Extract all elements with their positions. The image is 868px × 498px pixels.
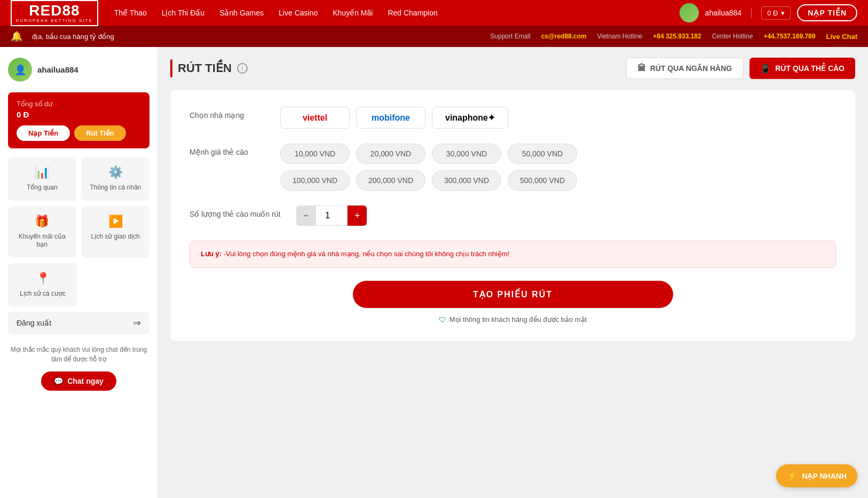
balance-actions: Nạp Tiền Rút Tiền: [17, 125, 141, 141]
page-title-bar: [170, 59, 172, 77]
logo-sub-text: EUROPEAN BETTING SITE: [16, 18, 93, 23]
header-username: ahailua884: [705, 9, 742, 17]
carrier-viettel-button[interactable]: viettel: [280, 107, 350, 129]
tab-card-button[interactable]: 📱 RÚT QUA THẺ CÀO: [749, 58, 855, 79]
live-chat-link[interactable]: Live Chat: [826, 33, 857, 41]
amount-50k-button[interactable]: 50,000 VND: [508, 144, 577, 164]
header-balance[interactable]: 0 Đ ▾: [761, 6, 791, 20]
carrier-label: Chọn nhà mạng: [190, 107, 264, 120]
nav-khuyen-mai[interactable]: Khuyến Mãi: [333, 9, 373, 17]
tab-bank-button[interactable]: 🏛 RÚT QUA NGÂN HÀNG: [626, 58, 743, 79]
nav-red-champion[interactable]: Red Champion: [388, 9, 437, 17]
chat-button-label: Chat ngay: [67, 377, 104, 385]
amount-row: Mệnh giá thẻ cào 10,000 VND 20,000 VND 3…: [190, 144, 836, 191]
logo-text: RED88: [29, 3, 80, 18]
sidebar-item-lich-su-ca-cuoc-label: Lịch sử cá cược: [20, 290, 66, 298]
carrier-options: viettel mobifone vinaphone✦: [280, 107, 508, 129]
location-icon: 📍: [36, 272, 50, 286]
qty-label: Số lượng thẻ cào muốn rút: [190, 205, 280, 218]
secure-text: 🛡 Mọi thông tin khách hàng đều được bảo …: [190, 315, 836, 324]
secure-text-content: Mọi thông tin khách hàng đều được bảo mậ…: [449, 315, 587, 323]
logout-button[interactable]: Đăng xuất ⇒: [8, 312, 149, 334]
bell-area: 🔔 địa, bầu cua hàng tỷ đồng: [11, 30, 120, 42]
carrier-mobifone-button[interactable]: mobifone: [356, 107, 425, 129]
page-title: RÚT TIỀN: [178, 61, 232, 75]
notice-body: -Vui lòng chọn đúng mệnh giá và nhà mạng…: [224, 250, 510, 258]
amount-options: 10,000 VND 20,000 VND 30,000 VND 50,000 …: [280, 144, 601, 191]
sidebar-item-thong-tin[interactable]: ⚙️ Thông tin cá nhân: [82, 157, 150, 201]
nav-live-casino[interactable]: Live Casino: [279, 9, 318, 17]
sidebar-item-khuyen-mai[interactable]: 🎁 Khuyến mãi của bạn: [8, 206, 76, 258]
amount-300k-button[interactable]: 300,000 VND: [432, 170, 501, 191]
tab-card-label: RÚT QUA THẺ CÀO: [775, 64, 845, 73]
header-balance-amount: 0 Đ: [767, 9, 778, 17]
nav-the-thao[interactable]: Thể Thao: [114, 9, 147, 17]
support-email-value: cs@red88.com: [541, 33, 587, 40]
amount-label: Mệnh giá thẻ cào: [190, 144, 264, 156]
nap-nhanh-button[interactable]: ⚡ NẠP NHANH: [776, 464, 857, 487]
sidebar-menu-single-row: 📍 Lịch sử cá cược: [8, 263, 149, 307]
chat-button[interactable]: 💬 Chat ngay: [41, 371, 116, 391]
amount-10k-button[interactable]: 10,000 VND: [280, 144, 350, 164]
avatar-img: [680, 3, 699, 22]
sidebar-item-lich-su-gd-label: Lịch sử giao dịch: [91, 233, 140, 241]
vn-hotline-label: Vietnam Hotline: [597, 33, 643, 40]
notice-label: Lưu ý:: [201, 250, 222, 258]
nav-sanh-games[interactable]: Sảnh Games: [219, 9, 264, 17]
bank-icon: 🏛: [637, 64, 646, 73]
support-area: Support Email cs@red88.com Vietnam Hotli…: [490, 33, 857, 41]
page-title-area: RÚT TIỀN i: [170, 59, 248, 77]
sidebar-item-tong-quan[interactable]: 📊 Tổng quan: [8, 157, 76, 201]
amount-20k-button[interactable]: 20,000 VND: [356, 144, 425, 164]
sidebar-item-tong-quan-label: Tổng quan: [27, 184, 58, 192]
shield-icon: 🛡: [439, 315, 446, 324]
carrier-row: Chọn nhà mạng viettel mobifone vinaphone…: [190, 107, 836, 129]
header: RED88 EUROPEAN BETTING SITE Thể Thao Lịc…: [0, 0, 868, 26]
sidebar-rut-tien-button[interactable]: Rút Tiền: [74, 125, 126, 141]
header-right: ahailua884 0 Đ ▾ NẠP TIỀN: [680, 3, 857, 22]
chart-icon: 📊: [35, 165, 49, 179]
sidebar-nap-tien-button[interactable]: Nạp Tiền: [17, 125, 70, 141]
amount-200k-button[interactable]: 200,000 VND: [356, 170, 425, 191]
logo: RED88 EUROPEAN BETTING SITE: [11, 0, 98, 26]
qty-plus-button[interactable]: +: [348, 205, 367, 226]
lightning-icon: ⚡: [787, 471, 798, 481]
center-hotline-value: +44.7537.169.789: [763, 33, 815, 40]
header-nap-tien-button[interactable]: NẠP TIỀN: [797, 4, 857, 21]
card-icon: 📱: [760, 64, 771, 74]
logout-icon: ⇒: [133, 317, 141, 329]
chat-icon: 💬: [54, 377, 63, 385]
support-email-label: Support Email: [490, 33, 530, 40]
vinaphone-logo: vinaphone✦: [445, 113, 495, 123]
notice-text: Lưu ý: -Vui lòng chọn đúng mệnh giá và n…: [201, 249, 825, 260]
info-icon[interactable]: i: [237, 63, 248, 74]
bell-icon: 🔔: [11, 30, 22, 42]
amount-100k-button[interactable]: 100,000 VND: [280, 170, 350, 191]
submit-button[interactable]: TẠO PHIẾU RÚT: [353, 281, 673, 308]
amount-500k-button[interactable]: 500,000 VND: [508, 170, 577, 191]
qty-minus-button[interactable]: −: [296, 205, 315, 226]
mobifone-logo: mobifone: [372, 113, 410, 123]
amount-30k-button[interactable]: 30,000 VND: [432, 144, 501, 164]
sidebar-item-lich-su-gd[interactable]: ▶️ Lịch sử giao dịch: [82, 206, 150, 258]
carrier-vinaphone-button[interactable]: vinaphone✦: [432, 107, 508, 129]
page-header: RÚT TIỀN i 🏛 RÚT QUA NGÂN HÀNG 📱 RÚT QUA…: [170, 58, 855, 79]
gift-icon: 🎁: [35, 215, 49, 228]
history-icon: ▶️: [108, 215, 123, 228]
nav-lich-thi-dau[interactable]: Lịch Thi Đấu: [162, 9, 204, 17]
balance-label: Tổng số dư: [17, 100, 141, 108]
logout-text: Đăng xuất: [17, 319, 51, 327]
sidebar-item-khuyen-mai-label: Khuyến mãi của bạn: [13, 233, 71, 249]
sidebar-menu: 📊 Tổng quan ⚙️ Thông tin cá nhân 🎁 Khuyế…: [8, 157, 149, 258]
qty-input[interactable]: [315, 205, 348, 226]
sub-header: 🔔 địa, bầu cua hàng tỷ đồng Support Emai…: [0, 26, 868, 47]
sidebar-item-lich-su-ca-cuoc[interactable]: 📍 Lịch sử cá cược: [8, 263, 77, 307]
form-card: Chọn nhà mạng viettel mobifone vinaphone…: [170, 90, 855, 341]
center-hotline-label: Center Hotline: [712, 33, 753, 40]
profile-name: ahailua884: [37, 65, 78, 74]
divider: [751, 7, 752, 18]
main-layout: 👤 ahailua884 Tổng số dư 0 Đ Nạp Tiền Rút…: [0, 47, 868, 498]
sidebar: 👤 ahailua884 Tổng số dư 0 Đ Nạp Tiền Rút…: [0, 47, 157, 498]
sidebar-item-thong-tin-label: Thông tin cá nhân: [90, 184, 141, 192]
vn-hotline-value: +84 325.933.182: [653, 33, 701, 40]
